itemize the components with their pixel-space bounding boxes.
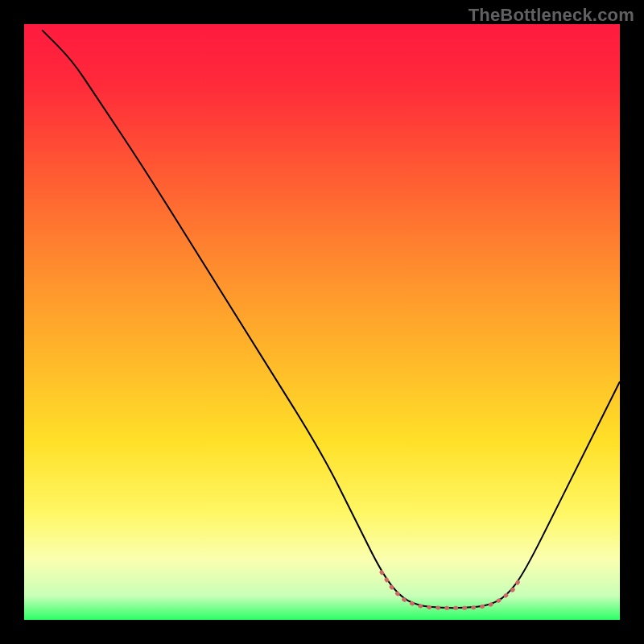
chart-svg — [24, 24, 620, 620]
plot-area — [24, 24, 620, 620]
watermark-text: TheBottleneck.com — [469, 5, 634, 26]
gradient-backdrop — [24, 24, 620, 620]
chart-container: TheBottleneck.com — [0, 0, 644, 644]
